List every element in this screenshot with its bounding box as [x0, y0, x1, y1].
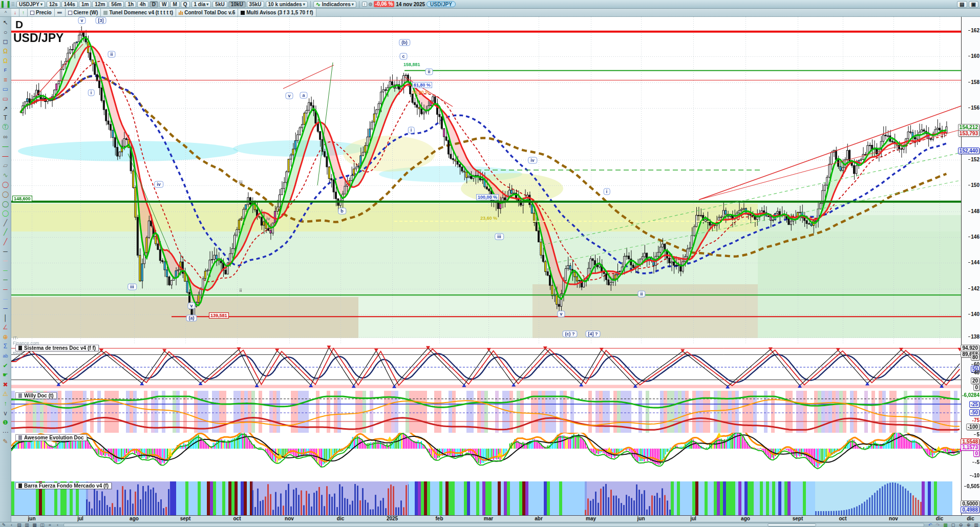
draw-icon[interactable]: ✎ [0, 522, 8, 527]
alert-pointer-icon[interactable]: Ω [1, 47, 10, 56]
horizontal-scrollbar[interactable] [63, 523, 924, 527]
zoom-area-icon[interactable]: ◻ [1, 37, 10, 47]
like-icon[interactable]: ☛ [1, 370, 10, 380]
price-annotation[interactable]: 23,60 % [480, 216, 497, 221]
panel-awesome[interactable] [11, 433, 961, 481]
timeframe-button-144s[interactable]: 144s [61, 1, 78, 8]
pointer-f-icon[interactable]: F [1, 66, 10, 75]
units-dropdown[interactable]: 10 k unidades▾ [266, 1, 308, 8]
back-icon[interactable]: « [46, 522, 54, 527]
panel-sistema-trenes[interactable] [11, 344, 961, 391]
wave-label[interactable]: i [408, 127, 415, 134]
toolbar2-item[interactable]: Multi Avisos (3 f 3 1,5 70 f f) [238, 9, 316, 16]
line-green-icon[interactable]: ╱ [1, 227, 10, 237]
chart-settings-icon[interactable]: ▤ [957, 1, 967, 8]
panel-title-sistema[interactable]: Sistema de trenes Doc v4 (f f) [15, 345, 99, 351]
price-annotation[interactable]: 158,881 [403, 62, 420, 67]
hline-pink-icon[interactable]: ─ [1, 256, 10, 266]
price-annotation[interactable]: 139,581 [209, 312, 229, 319]
timeframe-button-4h[interactable]: 4h [137, 1, 148, 8]
detach-icon[interactable]: ▣ [969, 1, 978, 8]
file-icon[interactable]: ▥ [23, 522, 31, 527]
pointer-icon[interactable]: ↖ [1, 18, 10, 28]
wave-label[interactable]: iii [239, 180, 243, 185]
price-annotation[interactable]: 50,00 % [412, 90, 429, 95]
line-red-icon[interactable]: ╱ [1, 237, 10, 247]
info-icon[interactable]: i [362, 2, 367, 7]
wave-label[interactable]: (b) [399, 39, 410, 46]
ab-icon[interactable]: ab [1, 351, 10, 361]
redo-icon[interactable]: ↷ [934, 522, 942, 527]
wave-label[interactable]: iv [154, 181, 163, 188]
arrow-icon[interactable]: ↗ [1, 103, 10, 113]
price-axis[interactable]: 162160158156152150148146144142140138154,… [961, 17, 980, 515]
window-icon[interactable]: ◫ [38, 522, 46, 527]
marker-red-icon[interactable]: — [1, 151, 10, 161]
price-annotation[interactable]: 61,80 % [412, 82, 432, 88]
close-icon[interactable]: ✖ [1, 380, 10, 390]
unit-button-5kU[interactable]: 5kU [212, 1, 227, 8]
chevron-down-icon[interactable]: v [1, 408, 10, 418]
wave-label[interactable]: iii [495, 234, 504, 240]
ellipse-red-icon[interactable]: ◯ [1, 180, 10, 189]
prev-icon[interactable]: ‹ [54, 522, 61, 527]
angle-icon[interactable]: ∠ [1, 323, 10, 332]
ruler-icon[interactable]: ▱ [1, 161, 10, 171]
up-arrow-icon[interactable]: ↑ [1, 399, 10, 409]
toolbar2-item[interactable]: Tunel Domenec v4 (t t t t t) [101, 9, 176, 16]
alert-bell-icon[interactable]: Ω [1, 56, 10, 66]
hline-black-icon[interactable]: ─ [1, 246, 10, 256]
timeframe-button-12m[interactable]: 12m [92, 1, 108, 8]
panel-barra-fuerza[interactable] [11, 481, 961, 515]
timeframe-button-Q[interactable]: Q [181, 1, 190, 8]
circle-plus-icon[interactable]: ⊕ [1, 332, 10, 342]
pin-icon[interactable]: ∞ [1, 132, 10, 142]
more-icon[interactable]: ⋯ [1, 428, 10, 437]
zoom-out-icon[interactable]: ⊖ [957, 522, 965, 527]
hline-ltblue-icon[interactable]: ─ [1, 294, 10, 304]
bubble-text-icon[interactable]: Ⓣ [1, 123, 10, 133]
toolbar2-item[interactable]: ≔ [55, 9, 66, 16]
timeframe-button-D[interactable]: D [150, 1, 158, 8]
check-icon[interactable]: ✔ [1, 361, 10, 370]
vline-icon[interactable]: │ [1, 313, 10, 323]
symbol-dropdown[interactable]: USDJPY▾ [16, 1, 45, 8]
wave-label[interactable]: c [399, 53, 407, 60]
wave-label[interactable]: v [78, 17, 86, 24]
timeframe-button-W[interactable]: W [159, 1, 169, 8]
price-annotation[interactable]: 100,00 % [476, 194, 499, 200]
wave-label[interactable]: i [88, 90, 95, 96]
hline-dkgreen-icon[interactable]: ─ [1, 275, 10, 285]
undo-icon[interactable]: ↶ [926, 522, 934, 527]
share-icon[interactable]: ‹ [8, 522, 15, 527]
chart-tool-icon[interactable]: ▦ [942, 522, 949, 527]
zoom-fit-icon[interactable]: ◻ [949, 522, 957, 527]
toolbar2-item[interactable]: Control Total Doc v.6 [176, 9, 238, 16]
arrow-up-icon[interactable]: ↑ [19, 9, 28, 16]
zoom-icon[interactable]: ○ [1, 28, 10, 37]
wave-label[interactable]: i [604, 188, 610, 195]
warning-icon[interactable]: ⚠ [1, 389, 10, 399]
main-price-chart[interactable] [11, 17, 961, 344]
ellipse-brown-icon[interactable]: ◯ [1, 189, 10, 199]
collapse-toolbar-icon[interactable]: ^ [0, 10, 11, 15]
text-icon[interactable]: T [1, 113, 10, 123]
wave-label[interactable]: a [300, 92, 307, 99]
period-dropdown[interactable]: 1 día▾ [191, 1, 211, 8]
lines-f-icon[interactable]: ≡ [1, 75, 10, 85]
wave-label[interactable]: iv [528, 157, 537, 164]
wave-label[interactable]: ii [425, 69, 433, 75]
hline-green-icon[interactable]: ─ [1, 265, 10, 275]
symbol-pill[interactable]: USD/JPY [427, 1, 456, 7]
zoom-in-icon[interactable]: ⊕ [965, 522, 972, 527]
wave-icon[interactable]: ∿ [1, 171, 10, 180]
ellipse-lime-icon[interactable]: ◯ [1, 208, 10, 218]
rect-blue-icon[interactable]: ▭ [1, 85, 10, 94]
panel-title-willy[interactable]: Willy Doc (t) [15, 392, 57, 399]
timeframe-button-1m[interactable]: 1m [79, 1, 91, 8]
wave-label[interactable]: [4] ? [586, 331, 601, 338]
wave-label[interactable]: ii [239, 288, 242, 293]
panel-willy[interactable] [11, 391, 961, 433]
panel-title-barra[interactable]: Barra Fuerza Fondo Mercado v4 (f) [15, 482, 112, 489]
toolbar2-item[interactable]: Cierre (W) [66, 9, 101, 16]
